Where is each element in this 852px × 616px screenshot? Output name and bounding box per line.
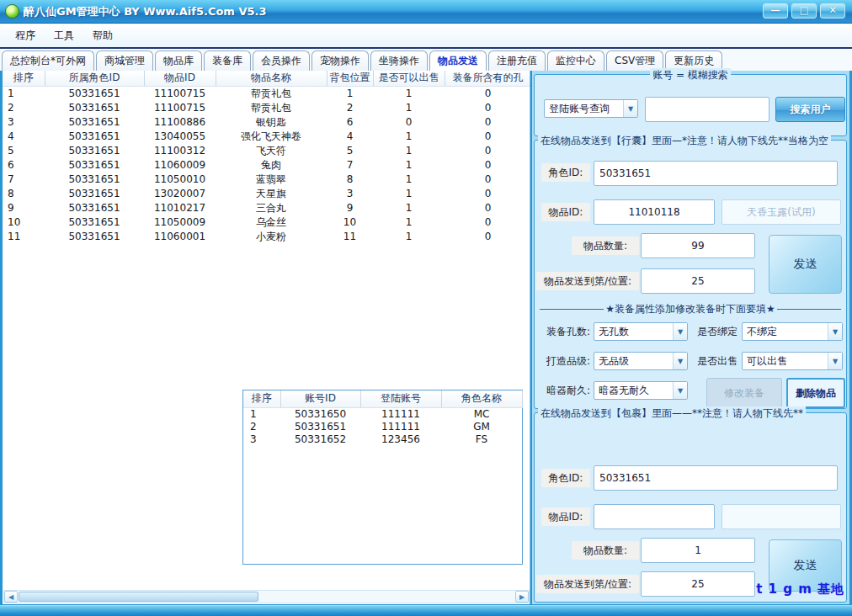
menu-item[interactable]: 工具 [45, 25, 83, 46]
modify-equip-button[interactable]: 修改装备 [706, 378, 782, 408]
table-row[interactable]: 9 50331651 11010217 三合丸 9 1 0 [3, 201, 530, 215]
chevron-down-icon[interactable]: ▼ [673, 323, 687, 340]
tab[interactable]: 商城管理 [96, 50, 153, 71]
tab[interactable]: 坐骑操作 [370, 50, 428, 71]
cell-sellable: 1 [373, 173, 445, 187]
table-row[interactable]: 7 50331651 11050010 蓝翡翠 8 1 0 [3, 173, 530, 187]
cell-holes: 0 [445, 187, 530, 201]
account-row[interactable]: 1 50331650 111111 MC [243, 407, 522, 420]
app-window: 醉八仙GM管理中心 BY Www.Aif5.Com V5.3 — □ ✕ 程序工… [0, 0, 852, 616]
col-role-id[interactable]: 所属角色ID [45, 71, 144, 86]
pkg-item-pos-input[interactable] [641, 571, 755, 597]
pkg-role-id-input[interactable] [594, 465, 838, 491]
cell-item-id: 11060009 [144, 158, 216, 173]
col-holes[interactable]: 装备所含有的孔 [445, 71, 530, 86]
item-qty-input[interactable] [641, 233, 755, 258]
col-acct-sort[interactable]: 排序 [243, 390, 280, 407]
search-group: 账号 = 模糊搜索 登陆账号查询 ▼ 搜索用户 [534, 74, 847, 136]
search-user-button[interactable]: 搜索用户 [775, 97, 845, 122]
cell-role-id: 50331651 [45, 130, 144, 144]
send-bag-group: 在线物品发送到【行囊】里面—*注意！请人物下线先**当格为空 角色ID: 物品I… [534, 140, 847, 409]
table-row[interactable]: 11 50331651 11060001 小麦粉 11 1 0 [3, 230, 530, 244]
cell-account-id: 50331652 [280, 433, 360, 445]
holes-combo[interactable]: 无孔数 ▼ [594, 322, 688, 341]
bind-combo[interactable]: 不绑定 ▼ [742, 322, 843, 341]
table-row[interactable]: 5 50331651 11100312 飞天符 5 1 0 [3, 144, 530, 158]
cell-login: 111111 [360, 420, 441, 433]
chevron-down-icon[interactable]: ▼ [828, 353, 842, 369]
menu-item[interactable]: 程序 [7, 25, 44, 46]
scrollbar-thumb[interactable] [19, 592, 258, 602]
minimize-button[interactable]: — [763, 3, 788, 19]
col-item-name[interactable]: 物品名称 [216, 71, 327, 86]
durability-combo[interactable]: 暗器无耐久 ▼ [594, 381, 688, 400]
col-login[interactable]: 登陆账号 [360, 390, 441, 407]
search-type-combo[interactable]: 登陆账号查询 ▼ [544, 99, 638, 118]
search-input[interactable] [645, 97, 769, 122]
scroll-right-icon[interactable]: ▶ [515, 591, 529, 603]
grade-value: 无品级 [594, 354, 673, 369]
sell-label: 是否出售 [695, 352, 740, 370]
account-row[interactable]: 2 50331651 111111 GM [243, 420, 522, 433]
cell-sort: 6 [3, 158, 45, 173]
table-row[interactable]: 4 50331651 13040055 强化飞天神卷 4 1 0 [3, 130, 530, 144]
tab[interactable]: 物品库 [155, 50, 202, 71]
cell-item-name: 兔肉 [216, 158, 327, 173]
maximize-button[interactable]: □ [791, 3, 817, 19]
pkg-item-id-input[interactable] [594, 504, 715, 529]
horizontal-scrollbar[interactable]: ◀ ▶ [3, 590, 530, 603]
cell-sellable: 0 [373, 115, 445, 130]
cell-acct-sort: 3 [243, 433, 280, 445]
cell-holes: 0 [445, 101, 530, 115]
search-group-title: 账号 = 模糊搜索 [650, 68, 731, 82]
col-sort[interactable]: 排序 [3, 71, 45, 86]
chevron-down-icon[interactable]: ▼ [828, 323, 842, 340]
table-row[interactable]: 1 50331651 11100715 帮贡礼包 1 1 0 [3, 86, 530, 101]
table-row[interactable]: 10 50331651 11050009 乌金丝 10 1 0 [3, 215, 530, 230]
close-button[interactable]: ✕ [820, 3, 845, 19]
tab[interactable]: 注册充值 [488, 50, 546, 71]
item-id-input[interactable] [594, 199, 715, 225]
cell-account-id: 50331651 [280, 420, 360, 433]
cell-holes: 0 [445, 86, 530, 101]
tab[interactable]: 装备库 [204, 50, 251, 71]
col-item-id[interactable]: 物品ID [144, 71, 216, 86]
role-id-input[interactable] [594, 161, 838, 186]
cell-holes: 0 [445, 201, 530, 215]
chevron-down-icon[interactable]: ▼ [673, 353, 687, 369]
table-row[interactable]: 6 50331651 11060009 兔肉 7 1 0 [3, 158, 530, 173]
chevron-down-icon[interactable]: ▼ [673, 382, 687, 399]
cell-item-name: 强化飞天神卷 [216, 130, 327, 144]
app-icon [5, 4, 19, 19]
chevron-down-icon[interactable]: ▼ [623, 100, 637, 117]
pkg-item-qty-input[interactable] [641, 538, 755, 563]
tab[interactable]: 物品发送 [429, 50, 487, 71]
equip-divider: ★装备属性添加修改装备时下面要填★ [540, 302, 841, 316]
account-row[interactable]: 3 50331652 123456 FS [243, 433, 522, 445]
tab-strip: 总控制台*可外网商城管理物品库装备库会员操作宠物操作坐骑操作物品发送注册充值监控… [0, 47, 852, 71]
scroll-left-icon[interactable]: ◀ [4, 591, 18, 603]
col-sellable[interactable]: 是否可以出售 [373, 71, 445, 86]
tab[interactable]: 总控制台*可外网 [2, 50, 94, 71]
cell-item-id: 11100715 [144, 101, 216, 115]
tab[interactable]: 会员操作 [253, 50, 310, 71]
durability-value: 暗器无耐久 [594, 384, 673, 398]
delete-item-button[interactable]: 删除物品 [786, 378, 845, 408]
cell-bag-pos: 1 [327, 86, 373, 101]
tab[interactable]: 监控中心 [547, 50, 604, 71]
table-row[interactable]: 8 50331651 13020007 天星旗 3 1 0 [3, 187, 530, 201]
table-row[interactable]: 3 50331651 11100886 银钥匙 6 0 0 [3, 115, 530, 130]
grade-combo[interactable]: 无品级 ▼ [594, 352, 688, 370]
menu-item[interactable]: 帮助 [84, 25, 121, 46]
col-role-name[interactable]: 角色名称 [441, 390, 522, 407]
item-pos-input[interactable] [641, 268, 755, 294]
col-bag-pos[interactable]: 背包位置 [327, 71, 373, 86]
send-bag-button[interactable]: 发送 [769, 235, 842, 294]
cell-item-id: 11100312 [144, 144, 216, 158]
tab[interactable]: 宠物操作 [312, 50, 369, 71]
col-account-id[interactable]: 账号ID [280, 390, 360, 407]
cell-sellable: 1 [373, 215, 445, 230]
sell-combo[interactable]: 可以出售 ▼ [742, 352, 843, 370]
cell-role-id: 50331651 [45, 201, 144, 215]
table-row[interactable]: 2 50331651 11100715 帮贡礼包 2 1 0 [3, 101, 530, 115]
